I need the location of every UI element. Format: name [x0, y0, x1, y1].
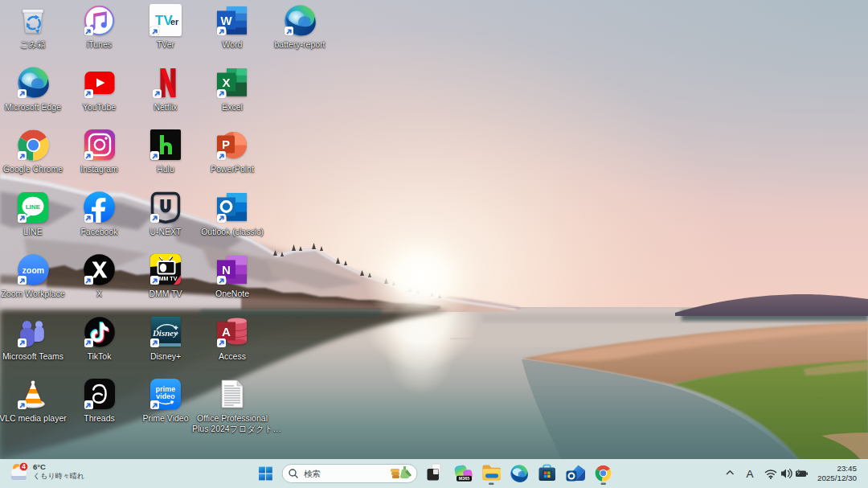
svg-text:X: X [222, 76, 230, 89]
svg-text:N: N [222, 262, 231, 276]
svg-text:LINE: LINE [26, 203, 41, 210]
svg-text:A: A [222, 325, 231, 338]
svg-text:M365: M365 [459, 476, 470, 481]
svg-text:er: er [170, 17, 179, 27]
svg-text:A: A [746, 468, 753, 480]
svg-text:検索: 検索 [304, 469, 321, 478]
svg-text:P: P [222, 137, 230, 151]
svg-text:W: W [220, 13, 232, 27]
svg-text:Disney: Disney [151, 328, 177, 338]
svg-text:zoom: zoom [22, 265, 43, 274]
svg-text:+: + [174, 330, 178, 338]
svg-text:23:45: 23:45 [837, 464, 857, 473]
svg-text:2025/12/30: 2025/12/30 [817, 474, 858, 482]
svg-text:4: 4 [22, 463, 26, 470]
svg-text:video: video [156, 392, 175, 400]
